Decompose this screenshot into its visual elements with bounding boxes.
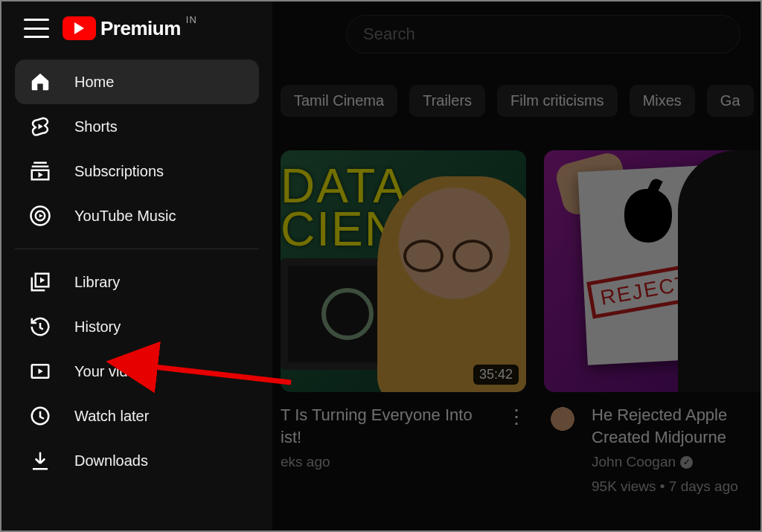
shorts-icon [28, 115, 52, 138]
video-meta: eks ago [281, 452, 496, 472]
video-title[interactable]: He Rejected Apple Created Midjourne [592, 404, 761, 448]
channel-name[interactable]: John Coogan [592, 452, 676, 472]
sidebar-item-your-videos[interactable]: Your videos [15, 349, 259, 394]
video-title[interactable]: T Is Turning Everyone Into ist! [281, 404, 496, 448]
history-icon [28, 315, 52, 339]
video-thumbnail[interactable]: REJECTED [544, 150, 761, 392]
youtube-music-icon [28, 204, 52, 228]
search-field[interactable] [346, 15, 740, 54]
sidebar-item-history[interactable]: History [15, 304, 259, 349]
library-icon [28, 270, 52, 294]
video-duration: 35:42 [473, 365, 519, 385]
subscriptions-icon [28, 159, 52, 183]
chip[interactable]: Film criticisms [497, 85, 618, 117]
region-badge: IN [186, 14, 197, 25]
video-card[interactable]: DATA CIENTIST 35:42 T Is Turning Everyon… [281, 150, 526, 531]
kebab-menu-icon[interactable]: ⋮ [507, 404, 526, 472]
youtube-logo[interactable]: Premium IN [63, 16, 197, 40]
sidebar-item-subscriptions[interactable]: Subscriptions [15, 149, 259, 193]
sidebar-item-label: History [74, 318, 121, 336]
sidebar-item-label: Library [74, 274, 120, 291]
sidebar-divider [15, 249, 259, 249]
download-icon [28, 449, 52, 472]
sidebar-item-label: Subscriptions [74, 163, 164, 180]
sidebar: Premium IN Home Shorts [1, 1, 272, 531]
sidebar-item-home[interactable]: Home [15, 60, 259, 104]
watch-later-icon [28, 404, 52, 428]
home-icon [28, 70, 52, 94]
hamburger-icon[interactable] [24, 19, 49, 38]
sidebar-item-label: YouTube Music [74, 208, 176, 225]
chip[interactable]: Mixes [630, 85, 695, 117]
apple-icon [624, 189, 672, 243]
thumb-graphic [377, 176, 526, 392]
sidebar-item-library[interactable]: Library [15, 260, 259, 304]
sidebar-item-downloads[interactable]: Downloads [15, 438, 259, 483]
channel-avatar[interactable] [544, 404, 581, 441]
chip[interactable]: Tamil Cinema [281, 85, 397, 117]
search-input[interactable] [363, 25, 723, 44]
sidebar-item-label: Shorts [74, 118, 118, 135]
video-thumbnail[interactable]: DATA CIENTIST 35:42 [281, 150, 526, 392]
video-card[interactable]: REJECTED He Rejected Apple Created Midjo… [544, 150, 761, 531]
sidebar-item-label: Downloads [74, 452, 148, 469]
chip-row: Tamil Cinema Trailers Film criticisms Mi… [281, 82, 761, 119]
sidebar-item-label: Watch later [74, 408, 149, 425]
sidebar-item-label: Home [74, 74, 114, 91]
sidebar-item-youtube-music[interactable]: YouTube Music [15, 193, 259, 238]
sidebar-item-label: Your videos [74, 363, 152, 380]
chip[interactable]: Ga [707, 85, 754, 117]
thumb-graphic [678, 150, 761, 392]
youtube-play-icon [63, 16, 96, 40]
chip[interactable]: Trailers [409, 85, 485, 117]
sidebar-item-watch-later[interactable]: Watch later [15, 394, 259, 438]
logo-text: Premium [100, 17, 181, 40]
thumb-graphic [403, 240, 493, 269]
sidebar-item-shorts[interactable]: Shorts [15, 104, 259, 149]
your-videos-icon [28, 359, 52, 383]
verified-icon [680, 456, 693, 469]
video-meta: 95K views • 7 days ago [592, 477, 761, 497]
